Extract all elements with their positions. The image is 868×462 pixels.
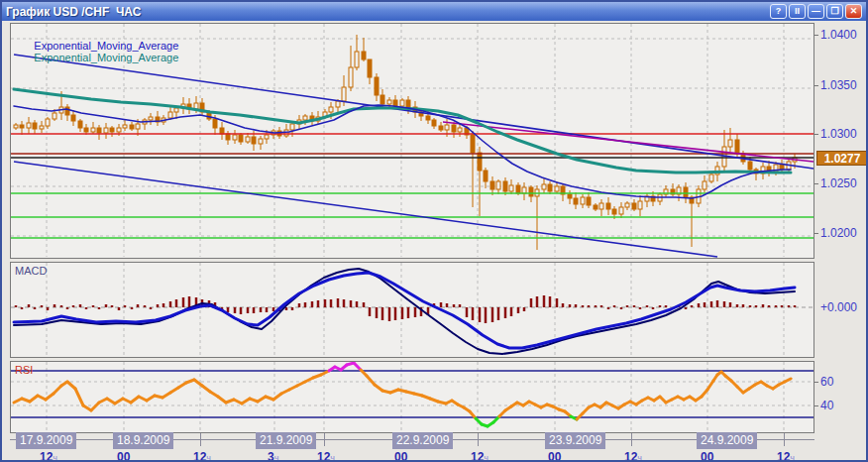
macd-canvas[interactable] [11, 263, 814, 357]
time-label: 12ч [777, 450, 795, 462]
time-label: 00 [117, 450, 130, 462]
rsi-axis-label: 40 [820, 399, 833, 412]
rsi-canvas[interactable] [11, 362, 814, 432]
window-title: График USD /CHF ЧАС [6, 5, 141, 19]
price-axis-label: 1.0250 [820, 176, 857, 190]
title-bar[interactable]: График USD /CHF ЧАС ?II—❒✕ [2, 2, 866, 21]
time-label: 00 [394, 450, 407, 462]
axis-tick [814, 183, 818, 184]
time-axis-tick [324, 433, 325, 446]
axis-tick [814, 134, 818, 135]
current-price-badge: 1.0277 [816, 151, 868, 166]
time-axis-tick [631, 433, 632, 446]
macd-zero-label: +0.000 [820, 300, 857, 314]
axis-tick [814, 382, 818, 383]
ema-legend-2: Exponential_Moving_Average [34, 52, 178, 63]
date-badge: 17.9.2009 [16, 432, 76, 449]
time-label: 12ч [193, 450, 211, 462]
help-button[interactable]: ? [770, 4, 787, 19]
price-chart-panel[interactable]: Exponential_Moving_Average Exponential_M… [10, 23, 814, 259]
time-label: 00 [701, 450, 713, 462]
time-axis: 17.9.200918.9.200921.9.200922.9.200923.9… [2, 432, 868, 462]
time-label: 3ч [268, 450, 278, 462]
rsi-axis-label: 60 [820, 375, 833, 389]
time-label: 12ч [40, 450, 57, 462]
axis-tick [814, 405, 818, 406]
time-label: 12ч [471, 450, 488, 462]
time-axis-tick [200, 433, 201, 446]
axis-tick [814, 233, 818, 234]
time-axis-tick [478, 433, 479, 446]
pause-button[interactable]: II [789, 4, 806, 19]
date-badge: 24.9.2009 [697, 432, 757, 449]
axis-tick [814, 35, 818, 36]
macd-label: MACD [15, 265, 47, 277]
price-axis-label: 1.0350 [820, 78, 857, 92]
time-axis-tick [784, 433, 785, 446]
macd-panel[interactable]: MACD [10, 262, 814, 358]
axis-tick [814, 85, 818, 86]
rsi-label: RSI [15, 364, 33, 376]
time-label: 12ч [624, 450, 642, 462]
date-badge: 23.9.2009 [545, 432, 605, 449]
price-axis-label: 1.0300 [820, 127, 857, 141]
maximize-button[interactable]: ❒ [826, 4, 843, 19]
price-axis-label: 1.0400 [820, 28, 857, 42]
window-buttons: ?II—❒✕ [770, 4, 862, 19]
date-badge: 22.9.2009 [392, 432, 453, 449]
price-axis-label: 1.0200 [820, 226, 857, 240]
minimize-button[interactable]: — [808, 4, 824, 19]
date-badge: 18.9.2009 [113, 432, 173, 449]
close-button[interactable]: ✕ [845, 4, 862, 19]
ema-legend-1: Exponential_Moving_Average [34, 40, 178, 52]
app-window: График USD /CHF ЧАС ?II—❒✕ Exponential_M… [0, 0, 868, 462]
time-label: 12ч [317, 450, 335, 462]
date-badge: 21.9.2009 [256, 432, 316, 449]
indicator-legend: Exponential_Moving_Average Exponential_M… [16, 28, 181, 75]
time-label: 00 [548, 450, 561, 462]
rsi-panel[interactable]: RSI [10, 361, 814, 433]
